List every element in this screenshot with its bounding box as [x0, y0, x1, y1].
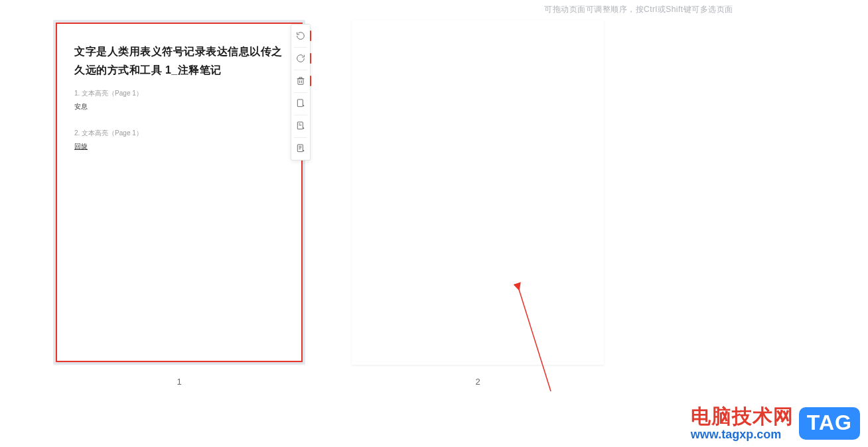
- svg-rect-3: [297, 145, 303, 152]
- insert-image-button[interactable]: [291, 115, 310, 137]
- page-file-plus-icon: [295, 143, 306, 154]
- page-plus-icon: [295, 98, 306, 109]
- watermark-url: www.tagxp.com: [691, 428, 794, 442]
- red-indicator: [310, 53, 311, 64]
- annotation-1-body: 安息: [74, 102, 284, 111]
- annotation-2-body: 回旋: [74, 142, 284, 151]
- trash-icon: [295, 76, 306, 86]
- tag-badge: TAG: [799, 407, 860, 440]
- rotate-cw-button[interactable]: [291, 25, 310, 47]
- page-image-plus-icon: [295, 121, 306, 131]
- red-indicator: [310, 31, 311, 41]
- delete-button[interactable]: [291, 70, 310, 92]
- rotate-ccw-button[interactable]: [291, 47, 310, 70]
- drag-hint-text: 可拖动页面可调整顺序，按Ctrl或Shift键可多选页面: [544, 4, 733, 15]
- watermark-cn: 电脑技术网: [691, 405, 794, 427]
- page-1-number: 1: [53, 377, 305, 387]
- page-thumbnail-1[interactable]: 文字是人类用表义符号记录表达信息以传之久远的方式和工具 1_注释笔记 1. 文本…: [53, 20, 305, 387]
- svg-rect-1: [297, 99, 303, 107]
- insert-blank-button[interactable]: [291, 92, 310, 115]
- page-1-canvas: 文字是人类用表义符号记录表达信息以传之久远的方式和工具 1_注释笔记 1. 文本…: [56, 23, 303, 362]
- svg-rect-0: [298, 79, 303, 85]
- watermark: 电脑技术网 www.tagxp.com TAG: [691, 405, 860, 442]
- rotate-cw-icon: [295, 31, 306, 41]
- page-toolbar: [291, 24, 311, 160]
- annotation-2-header: 2. 文本高亮（Page 1）: [74, 129, 284, 138]
- svg-rect-2: [297, 122, 303, 129]
- document-title: 文字是人类用表义符号记录表达信息以传之久远的方式和工具 1_注释笔记: [74, 42, 284, 80]
- page-2-number: 2: [352, 377, 604, 387]
- page-thumbnail-2[interactable]: 2: [352, 20, 604, 387]
- page-2-canvas: [352, 20, 604, 365]
- annotation-1-header: 1. 文本高亮（Page 1）: [74, 89, 284, 98]
- insert-file-button[interactable]: [291, 137, 310, 160]
- rotate-ccw-icon: [295, 53, 306, 64]
- red-indicator: [310, 76, 311, 86]
